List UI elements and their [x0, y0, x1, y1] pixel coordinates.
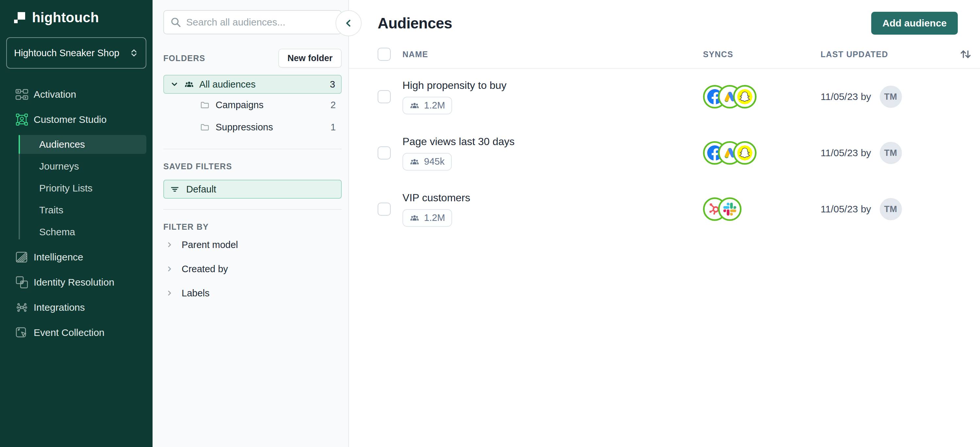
filter-group-parent-model[interactable]: Parent model	[163, 234, 342, 256]
filter-group-label: Parent model	[181, 240, 238, 250]
folder-count: 2	[331, 100, 336, 110]
sidebar-item-customer-studio[interactable]: Customer Studio	[0, 107, 153, 132]
filter-group-labels[interactable]: Labels	[163, 282, 342, 304]
event-collection-icon	[15, 325, 29, 340]
sidebar-item-schema[interactable]: Schema	[19, 223, 146, 242]
last-updated-cell: 11/05/23 by TM	[821, 142, 958, 164]
divider	[163, 149, 342, 150]
audience-name: High propensity to buy	[402, 80, 506, 91]
hightouch-logo-icon	[13, 10, 27, 25]
customer-studio-subnav: Audiences Journeys Priority Lists Traits…	[19, 135, 146, 242]
sidebar-item-priority-lists[interactable]: Priority Lists	[19, 179, 146, 198]
sidebar: hightouch Hightouch Sneaker Shop Activat…	[0, 0, 153, 447]
main-content: Audiences Add audience NAME SYNCS LAST U…	[349, 0, 980, 447]
table-row[interactable]: VIP customers 1.2M 11/05/23 by TM	[349, 181, 980, 237]
row-checkbox[interactable]	[378, 203, 391, 216]
folder-suppressions[interactable]: Suppressions 1	[163, 116, 342, 138]
sidebar-item-event-collection[interactable]: Event Collection	[0, 320, 153, 345]
audience-size: 945k	[424, 156, 445, 167]
row-checkbox[interactable]	[378, 90, 391, 103]
audience-size-badge: 945k	[402, 153, 452, 170]
sort-icon	[959, 48, 972, 61]
folder-all-audiences[interactable]: All audiences 3	[163, 75, 342, 94]
avatar[interactable]: TM	[880, 86, 902, 108]
sync-stack	[703, 197, 821, 221]
workspace-selector[interactable]: Hightouch Sneaker Shop	[6, 37, 146, 68]
snapchat-sync-icon[interactable]	[733, 85, 757, 108]
sidebar-item-label: Customer Studio	[33, 114, 107, 125]
divider	[163, 209, 342, 210]
sidebar-item-integrations[interactable]: Integrations	[0, 295, 153, 320]
filter-group-created-by[interactable]: Created by	[163, 258, 342, 280]
sidebar-item-activation[interactable]: Activation	[0, 82, 153, 107]
table-row[interactable]: Page views last 30 days 945k 11/05/23 by…	[349, 125, 980, 181]
last-updated-text: 11/05/23 by	[821, 147, 871, 159]
table-header: NAME SYNCS LAST UPDATED	[349, 48, 980, 68]
last-updated-text: 11/05/23 by	[821, 204, 871, 215]
folder-name: All audiences	[199, 79, 325, 90]
audience-name: Page views last 30 days	[402, 135, 514, 148]
audience-folders-panel: FOLDERS New folder All audiences 3 Campa…	[153, 0, 349, 447]
audience-name-cell: High propensity to buy 1.2M	[402, 80, 703, 115]
table-row[interactable]: High propensity to buy 1.2M 11/05/23 by …	[349, 68, 980, 125]
filter-by-label: FILTER BY	[163, 222, 342, 232]
audience-name-cell: Page views last 30 days 945k	[402, 135, 703, 170]
folder-count: 1	[331, 122, 336, 133]
sidebar-item-intelligence[interactable]: Intelligence	[0, 244, 153, 270]
people-icon	[184, 80, 194, 89]
collapse-panel-button[interactable]	[336, 10, 362, 36]
folder-count: 3	[330, 79, 335, 90]
avatar[interactable]: TM	[880, 142, 902, 164]
sidebar-item-label: Activation	[33, 89, 76, 100]
audience-name: VIP customers	[402, 192, 470, 204]
saved-filter-default[interactable]: Default	[163, 180, 342, 199]
folder-campaigns[interactable]: Campaigns 2	[163, 94, 342, 116]
sidebar-item-label: Intelligence	[33, 251, 83, 263]
audience-size-badge: 1.2M	[402, 209, 452, 227]
row-checkbox[interactable]	[378, 146, 391, 159]
chevron-right-icon	[165, 240, 174, 249]
brand-name: hightouch	[32, 10, 99, 25]
select-all-checkbox[interactable]	[378, 48, 391, 61]
people-icon	[410, 157, 420, 166]
customer-studio-icon	[15, 112, 29, 127]
identity-resolution-icon	[15, 275, 29, 290]
last-updated-text: 11/05/23 by	[821, 91, 871, 102]
folders-header: FOLDERS New folder	[163, 49, 342, 68]
avatar[interactable]: TM	[880, 198, 902, 220]
hightouch-app: hightouch Hightouch Sneaker Shop Activat…	[0, 0, 980, 447]
sidebar-item-audiences[interactable]: Audiences	[19, 135, 146, 154]
column-header-syncs: SYNCS	[703, 50, 821, 59]
snapchat-sync-icon[interactable]	[733, 141, 757, 165]
audience-size-badge: 1.2M	[402, 97, 452, 115]
slack-sync-icon[interactable]	[718, 197, 741, 221]
add-audience-button[interactable]: Add audience	[871, 12, 958, 35]
sync-stack	[703, 141, 821, 165]
sidebar-item-label: Traits	[39, 205, 64, 216]
activation-icon	[15, 87, 29, 102]
last-updated-cell: 11/05/23 by TM	[821, 198, 958, 220]
snapchat-logo	[737, 145, 752, 161]
search-icon	[169, 16, 182, 29]
page-header: Audiences Add audience	[349, 0, 980, 35]
sidebar-item-journeys[interactable]: Journeys	[19, 157, 146, 176]
sidebar-item-identity-resolution[interactable]: Identity Resolution	[0, 270, 153, 295]
snapchat-logo	[737, 89, 752, 104]
folder-name: Campaigns	[216, 100, 325, 110]
chevron-right-icon	[165, 265, 174, 273]
audience-size: 1.2M	[424, 100, 445, 111]
sidebar-item-traits[interactable]: Traits	[19, 200, 146, 220]
filter-group-label: Labels	[181, 288, 209, 299]
sidebar-item-label: Integrations	[33, 302, 85, 313]
sync-stack	[703, 85, 821, 108]
sort-button[interactable]	[958, 48, 972, 61]
new-folder-button[interactable]: New folder	[278, 49, 342, 68]
sidebar-item-label: Audiences	[39, 139, 85, 150]
people-icon	[410, 101, 420, 110]
filter-group-label: Created by	[181, 264, 228, 274]
page-title: Audiences	[378, 14, 452, 32]
sidebar-item-label: Identity Resolution	[33, 277, 115, 288]
search-input[interactable]	[163, 10, 342, 34]
folder-icon	[200, 122, 210, 132]
slack-logo	[722, 202, 737, 216]
